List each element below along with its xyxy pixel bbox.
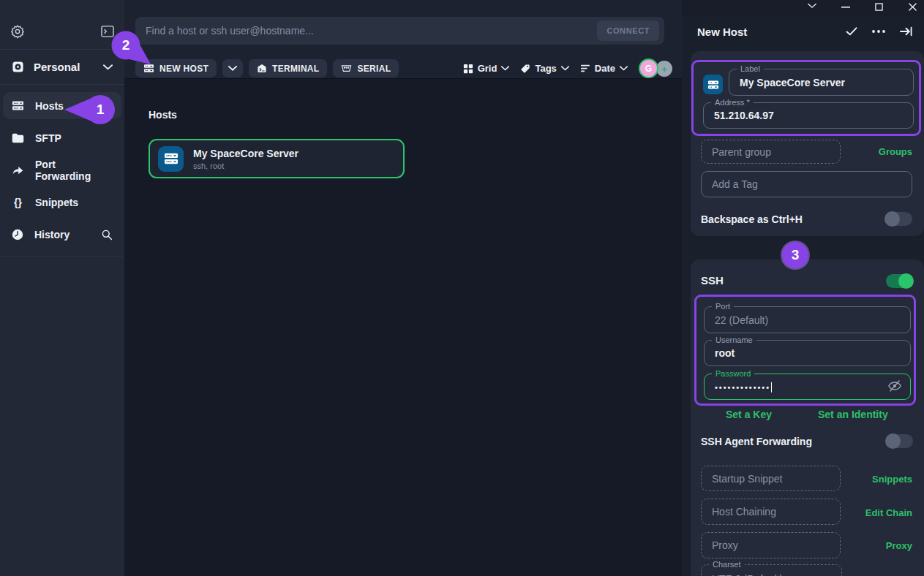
step-2-badge: 2 xyxy=(110,30,155,67)
agent-forwarding-label: SSH Agent Forwarding xyxy=(701,436,812,447)
password-visibility-eye-off-icon[interactable] xyxy=(887,379,902,393)
set-an-identity-link[interactable]: Set an Identity xyxy=(818,409,888,420)
window-minimize-button[interactable] xyxy=(841,7,850,8)
label-field-legend: Label xyxy=(737,64,764,73)
label-field-value: My SpaceCore Server xyxy=(740,77,845,88)
label-field[interactable]: Label My SpaceCore Server xyxy=(729,69,914,96)
sidebar-top xyxy=(0,0,124,50)
search-placeholder: Find a host or ssh user@hostname... xyxy=(146,25,314,37)
snippets-link[interactable]: Snippets xyxy=(872,474,912,485)
grid-icon xyxy=(463,64,473,74)
vault-icon xyxy=(12,61,24,73)
backspace-ctrlh-toggle[interactable] xyxy=(885,212,912,226)
tag-placeholder: Add a Tag xyxy=(712,178,758,190)
window-titlebar xyxy=(682,0,924,16)
main-topbar: Find a host or ssh user@hostname... CONN… xyxy=(124,0,682,79)
chevron-down-icon xyxy=(620,66,628,71)
date-sort-dropdown[interactable]: Date xyxy=(580,63,628,74)
terminal-button[interactable]: TERMINAL xyxy=(249,59,327,77)
toolbar-right: Grid Tags Date xyxy=(463,58,673,78)
charset-field-value: UTF-8 (Default) xyxy=(712,573,783,576)
proxy-link[interactable]: Proxy xyxy=(886,540,912,551)
terminal-label: TERMINAL xyxy=(272,64,319,74)
braces-icon: {} xyxy=(12,197,24,208)
workspace-selector[interactable]: Personal xyxy=(0,50,124,85)
add-account-button[interactable]: + xyxy=(656,61,672,77)
chevron-down-icon xyxy=(561,66,569,71)
sidebar-item-history[interactable]: History xyxy=(3,221,121,248)
sidebar-item-port-forwarding[interactable]: Port Forwarding xyxy=(3,156,121,183)
serial-button[interactable]: SERIAL xyxy=(333,59,399,77)
host-server-icon xyxy=(158,146,184,172)
sidebar-item-label: History xyxy=(34,229,70,240)
sidebar-item-sftp[interactable]: SFTP xyxy=(3,124,121,151)
serial-port-icon xyxy=(341,64,352,73)
groups-link[interactable]: Groups xyxy=(879,146,912,157)
host-title: My SpaceCore Server xyxy=(193,148,298,159)
edit-chain-link[interactable]: Edit Chain xyxy=(865,507,912,518)
new-host-label: NEW HOST xyxy=(159,64,209,74)
password-field[interactable]: Password ••••••••••••• xyxy=(704,374,911,400)
text-caret xyxy=(771,382,772,393)
host-chaining-field[interactable]: Host Chaining xyxy=(701,499,841,525)
sidebar-item-snippets[interactable]: {} Snippets xyxy=(3,189,121,216)
set-a-key-link[interactable]: Set a Key xyxy=(726,409,772,420)
avatar[interactable]: G xyxy=(639,58,658,78)
settings-gear-icon[interactable] xyxy=(10,24,25,39)
panel-title: New Host xyxy=(697,26,747,38)
username-field-value: root xyxy=(715,347,735,359)
tag-field[interactable]: Add a Tag xyxy=(701,171,912,197)
tags-dropdown[interactable]: Tags xyxy=(520,63,568,74)
sidebar-item-label: Hosts xyxy=(35,100,64,112)
parent-group-field[interactable]: Parent group xyxy=(701,140,841,164)
grid-view-dropdown[interactable]: Grid xyxy=(463,63,510,74)
backspace-ctrlh-label: Backspace as Ctrl+H xyxy=(701,213,803,225)
startup-snippet-field[interactable]: Startup Snippet xyxy=(701,466,841,491)
connect-button[interactable]: CONNECT xyxy=(597,20,659,41)
search-input[interactable]: Find a host or ssh user@hostname... CONN… xyxy=(135,17,664,45)
proxy-placeholder: Proxy xyxy=(712,539,738,551)
main-area: Find a host or ssh user@hostname... CONN… xyxy=(124,0,682,576)
sidebar-item-label: Snippets xyxy=(35,197,78,208)
proxy-field[interactable]: Proxy xyxy=(701,532,841,558)
clock-icon xyxy=(12,229,23,240)
port-field-value: 22 (Default) xyxy=(715,314,768,326)
charset-field[interactable]: Charset UTF-8 (Default) xyxy=(701,564,842,576)
app-window: Personal Hosts xyxy=(0,0,924,576)
new-host-dropdown-button[interactable] xyxy=(222,59,243,77)
sidebar-item-label: Port Forwarding xyxy=(35,159,113,182)
step-3-badge: 3 xyxy=(782,242,808,268)
sort-lines-icon xyxy=(580,64,590,73)
save-check-icon[interactable] xyxy=(846,27,857,36)
window-maximize-button[interactable] xyxy=(875,3,883,11)
collapse-panel-icon[interactable] xyxy=(900,26,912,37)
account-area: + G xyxy=(639,58,673,78)
tag-icon xyxy=(520,64,530,74)
ssh-toggle[interactable] xyxy=(886,274,913,288)
grid-label: Grid xyxy=(478,63,497,74)
window-menu-chevron-icon[interactable] xyxy=(808,3,816,9)
host-chaining-placeholder: Host Chaining xyxy=(712,506,776,518)
agent-forwarding-toggle[interactable] xyxy=(886,434,913,448)
sidebar-divider xyxy=(0,256,124,257)
toolbar: NEW HOST TERMINAL SERIAL xyxy=(135,59,673,77)
window-close-button[interactable] xyxy=(909,3,917,11)
search-icon[interactable] xyxy=(101,229,113,240)
startup-snippet-placeholder: Startup Snippet xyxy=(712,473,783,485)
more-options-icon[interactable] xyxy=(872,30,885,33)
host-card[interactable]: My SpaceCore Server ssh, root xyxy=(149,139,405,178)
port-field[interactable]: Port 22 (Default) xyxy=(704,306,911,333)
host-card-text: My SpaceCore Server ssh, root xyxy=(193,148,298,170)
address-field-value: 51.210.64.97 xyxy=(714,110,774,121)
address-field-legend: Address * xyxy=(711,98,754,107)
tags-label: Tags xyxy=(535,63,556,74)
terminal-icon xyxy=(257,64,267,73)
port-field-legend: Port xyxy=(712,302,734,311)
password-field-legend: Password xyxy=(712,369,754,378)
charset-field-legend: Charset xyxy=(709,560,745,569)
username-field[interactable]: Username root xyxy=(704,340,911,366)
address-field[interactable]: Address * 51.210.64.97 xyxy=(703,102,914,129)
host-type-icon xyxy=(703,75,723,94)
forward-arrow-icon xyxy=(12,164,24,175)
step-1-badge: 1 xyxy=(62,93,117,126)
